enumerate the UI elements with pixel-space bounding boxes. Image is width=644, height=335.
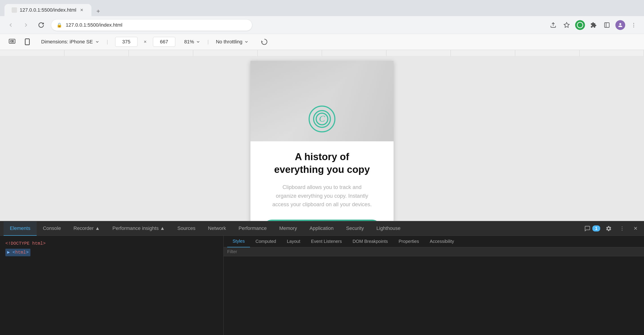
devtools-settings-btn[interactable] <box>604 224 614 234</box>
reload-btn[interactable] <box>36 20 46 30</box>
tab-recorder[interactable]: Recorder ▲ <box>67 222 106 236</box>
styles-tab-accessibility[interactable]: Accessibility <box>424 236 460 247</box>
address-bar: 🔒 127.0.0.1:5500/index.html ⋮ <box>0 16 644 34</box>
tab-network[interactable]: Network <box>202 222 232 236</box>
html-doctype-line: <!DOCTYPE html> <box>4 239 220 248</box>
devtools-close-btn[interactable]: ✕ <box>630 224 640 234</box>
device-toggle-icon[interactable] <box>22 37 32 47</box>
preview-header: C <box>250 61 394 141</box>
tab-lighthouse[interactable]: Lighthouse <box>370 222 407 236</box>
chat-btn[interactable]: 1 <box>584 226 600 232</box>
styles-tab-event-listeners[interactable]: Event Listeners <box>306 236 347 247</box>
ruler-marks <box>0 50 644 56</box>
forward-btn[interactable] <box>20 20 31 30</box>
mobile-preview: C A history ofeverything you copy Clipbo… <box>250 61 394 221</box>
height-input[interactable] <box>153 37 175 47</box>
tab-close-btn[interactable]: ✕ <box>79 8 84 13</box>
tab-performance-insights[interactable]: Performance insights ▲ <box>106 222 171 236</box>
html-element-line[interactable]: ▶ <html> <box>4 248 220 257</box>
lock-icon: 🔒 <box>56 22 62 28</box>
styles-tab-properties[interactable]: Properties <box>393 236 424 247</box>
device-label: Dimensions: iPhone SE <box>41 39 93 45</box>
ruler <box>0 50 644 56</box>
tab-console[interactable]: Console <box>37 222 67 236</box>
profile-avatar[interactable] <box>616 20 625 30</box>
expand-icon[interactable] <box>602 20 612 30</box>
devtools-more-btn[interactable]: ⋮ <box>617 224 627 234</box>
tab-security[interactable]: Security <box>340 222 370 236</box>
tab-elements[interactable]: Elements <box>4 222 37 236</box>
svg-marker-1 <box>564 22 569 27</box>
green-circle-icon[interactable] <box>575 20 585 30</box>
tab-favicon <box>12 8 17 13</box>
tab-title: 127.0.0.1:5500/index.html <box>20 7 76 13</box>
rotate-icon[interactable] <box>260 37 269 47</box>
tab-memory[interactable]: Memory <box>273 222 303 236</box>
tab-bar: 127.0.0.1:5500/index.html ✕ + <box>0 0 644 16</box>
inspect-icon[interactable] <box>7 37 17 47</box>
url-bar[interactable]: 🔒 127.0.0.1:5500/index.html <box>51 19 252 31</box>
address-actions: ⋮ <box>548 20 639 30</box>
viewport: C A history ofeverything you copy Clipbo… <box>0 56 644 221</box>
clipboard-logo: C <box>308 106 336 132</box>
styles-filter[interactable] <box>224 247 644 256</box>
preview-content: A history ofeverything you copy Clipboar… <box>250 141 394 221</box>
tab-sources[interactable]: Sources <box>171 222 202 236</box>
url-text: 127.0.0.1:5500/index.html <box>66 22 122 28</box>
elements-tree: <!DOCTYPE html> ▶ <html> <box>0 236 224 335</box>
styles-tab-styles[interactable]: Styles <box>227 236 250 247</box>
tab-performance[interactable]: Performance <box>232 222 273 236</box>
devtools-panel: Elements Console Recorder ▲ Performance … <box>0 221 644 335</box>
dimension-x: × <box>144 39 147 45</box>
separator-2: | <box>208 39 209 45</box>
bookmark-icon[interactable] <box>562 20 572 30</box>
back-btn[interactable] <box>5 20 16 30</box>
styles-tab-dom-breakpoints[interactable]: DOM Breakpoints <box>347 236 393 247</box>
styles-tab-layout[interactable]: Layout <box>282 236 306 247</box>
preview-title: A history ofeverything you copy <box>274 150 370 176</box>
svg-rect-5 <box>25 39 30 45</box>
chat-badge: 1 <box>592 226 600 232</box>
devtools-tab-actions: 1 ⋮ ✕ <box>584 224 640 234</box>
menu-icon[interactable]: ⋮ <box>629 20 639 30</box>
browser-frame: 127.0.0.1:5500/index.html ✕ + 🔒 127.0.0.… <box>0 0 644 335</box>
main-container: C A history ofeverything you copy Clipbo… <box>0 56 644 335</box>
devtools-tabs: Elements Console Recorder ▲ Performance … <box>0 222 644 236</box>
styles-tab-computed[interactable]: Computed <box>250 236 281 247</box>
throttle-label: No throttling <box>216 39 242 45</box>
svg-text:C: C <box>319 114 325 124</box>
zoom-selector[interactable]: 81% <box>184 39 200 45</box>
svg-rect-2 <box>605 22 609 27</box>
styles-tabs: Styles Computed Layout Event Listeners D <box>224 236 644 247</box>
separator-1: | <box>107 39 108 45</box>
active-tab[interactable]: 127.0.0.1:5500/index.html ✕ <box>4 4 92 16</box>
styles-panel: Styles Computed Layout Event Listeners D <box>224 236 644 335</box>
svg-point-4 <box>10 40 12 42</box>
new-tab-btn[interactable]: + <box>93 6 103 16</box>
zoom-label: 81% <box>184 39 194 45</box>
tab-application[interactable]: Application <box>303 222 340 236</box>
device-toolbar: Dimensions: iPhone SE | × 81% | No throt… <box>0 34 644 50</box>
extensions-icon[interactable] <box>588 20 598 30</box>
devtools-content: <!DOCTYPE html> ▶ <html> Styles <box>0 236 644 335</box>
save-page-icon[interactable] <box>548 20 558 30</box>
width-input[interactable] <box>115 37 138 47</box>
preview-description: Clipboard allows you to track and organi… <box>272 183 372 209</box>
logo-inner: C <box>313 110 331 128</box>
filter-input[interactable] <box>227 249 640 254</box>
throttle-selector[interactable]: No throttling <box>216 39 249 45</box>
device-selector[interactable]: Dimensions: iPhone SE <box>41 39 100 45</box>
